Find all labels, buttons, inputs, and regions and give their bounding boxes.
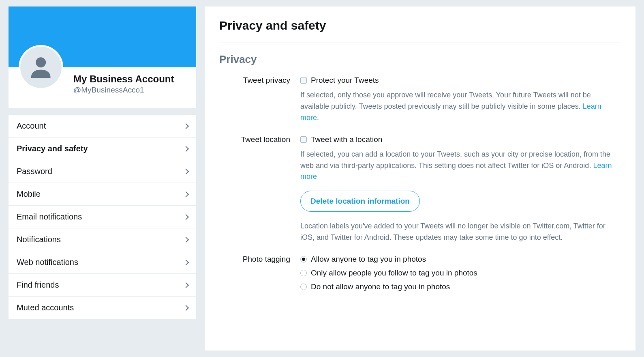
photo-tagging-option-label: Do not allow anyone to tag you in photos: [311, 282, 450, 291]
sidebar-item-label: Notifications: [17, 235, 61, 244]
tweet-location-help: If selected, you can add a location to y…: [300, 149, 621, 183]
photo-tagging-option-1[interactable]: Only allow people you follow to tag you …: [300, 269, 621, 277]
photo-tagging-option-label: Allow anyone to tag you in photos: [311, 255, 426, 264]
sidebar-item-label: Mobile: [17, 189, 41, 199]
setting-tweet-privacy: Tweet privacy Protect your Tweets If sel…: [219, 76, 621, 124]
delete-location-button[interactable]: Delete location information: [300, 191, 420, 212]
chevron-right-icon: [183, 214, 189, 219]
chevron-right-icon: [183, 191, 189, 197]
display-name: My Business Account: [73, 73, 188, 85]
profile-info: My Business Account @MyBusinessAcco1: [9, 67, 196, 108]
chevron-right-icon: [183, 259, 189, 265]
protect-tweets-label: Protect your Tweets: [311, 76, 379, 85]
protect-tweets-help: If selected, only those you approve will…: [300, 90, 621, 124]
help-text-span: If selected, only those you approve will…: [300, 91, 591, 110]
setting-body: Protect your Tweets If selected, only th…: [300, 76, 621, 124]
help-suffix: .: [317, 114, 319, 122]
sidebar-item-label: Email notifications: [17, 212, 82, 222]
sidebar-item-muted-accounts[interactable]: Muted accounts: [9, 297, 196, 319]
avatar[interactable]: [19, 45, 63, 90]
svg-point-0: [36, 58, 46, 68]
setting-label: Tweet location: [219, 135, 300, 243]
setting-label: Photo tagging: [219, 255, 300, 296]
sidebar-item-label: Password: [17, 167, 52, 176]
sidebar-item-label: Account: [17, 121, 46, 131]
sidebar-item-password[interactable]: Password: [9, 160, 196, 183]
sidebar-item-account[interactable]: Account: [9, 115, 196, 138]
settings-main: Privacy and safety Privacy Tweet privacy…: [205, 6, 636, 351]
protect-tweets-row[interactable]: Protect your Tweets: [300, 76, 621, 85]
photo-tagging-radio[interactable]: [300, 270, 307, 276]
sidebar-item-label: Web notifications: [17, 258, 78, 267]
protect-tweets-checkbox[interactable]: [300, 77, 307, 84]
chevron-right-icon: [183, 146, 189, 151]
chevron-right-icon: [183, 168, 189, 174]
help-text-span: If selected, you can add a location to y…: [300, 150, 610, 170]
setting-photo-tagging: Photo tagging Allow anyone to tag you in…: [219, 255, 621, 296]
setting-tweet-location: Tweet location Tweet with a location If …: [219, 135, 621, 243]
delete-location-help: Location labels you've added to your Twe…: [300, 221, 621, 243]
sidebar-item-find-friends[interactable]: Find friends: [9, 274, 196, 297]
profile-card: My Business Account @MyBusinessAcco1: [8, 6, 197, 108]
setting-body: Tweet with a location If selected, you c…: [300, 135, 621, 243]
handle: @MyBusinessAcco1: [73, 86, 188, 95]
tweet-with-location-row[interactable]: Tweet with a location: [300, 135, 621, 144]
sidebar-item-label: Find friends: [17, 280, 59, 290]
setting-body: Allow anyone to tag you in photosOnly al…: [300, 255, 621, 296]
sidebar-item-label: Privacy and safety: [17, 144, 88, 153]
sidebar-item-notifications[interactable]: Notifications: [9, 228, 196, 251]
photo-tagging-option-0[interactable]: Allow anyone to tag you in photos: [300, 255, 621, 264]
sidebar-item-web-notifications[interactable]: Web notifications: [9, 251, 196, 274]
chevron-right-icon: [183, 237, 189, 242]
sidebar-item-label: Muted accounts: [17, 303, 74, 312]
photo-tagging-option-label: Only allow people you follow to tag you …: [311, 269, 477, 277]
photo-tagging-radio[interactable]: [300, 284, 307, 290]
settings-nav: AccountPrivacy and safetyPasswordMobileE…: [8, 114, 197, 319]
page-title: Privacy and safety: [219, 19, 621, 43]
chevron-right-icon: [183, 282, 189, 288]
avatar-placeholder-icon: [26, 53, 55, 82]
setting-label: Tweet privacy: [219, 76, 300, 124]
sidebar-item-email-notifications[interactable]: Email notifications: [9, 206, 196, 228]
settings-sidebar: My Business Account @MyBusinessAcco1 Acc…: [8, 6, 197, 351]
sidebar-item-mobile[interactable]: Mobile: [9, 183, 196, 206]
photo-tagging-radio[interactable]: [300, 256, 307, 262]
section-title-privacy: Privacy: [219, 53, 621, 66]
sidebar-item-privacy-and-safety[interactable]: Privacy and safety: [9, 138, 196, 160]
chevron-right-icon: [183, 123, 189, 129]
tweet-with-location-label: Tweet with a location: [311, 135, 382, 144]
chevron-right-icon: [183, 305, 189, 310]
tweet-with-location-checkbox[interactable]: [300, 136, 307, 143]
photo-tagging-option-2[interactable]: Do not allow anyone to tag you in photos: [300, 282, 621, 291]
